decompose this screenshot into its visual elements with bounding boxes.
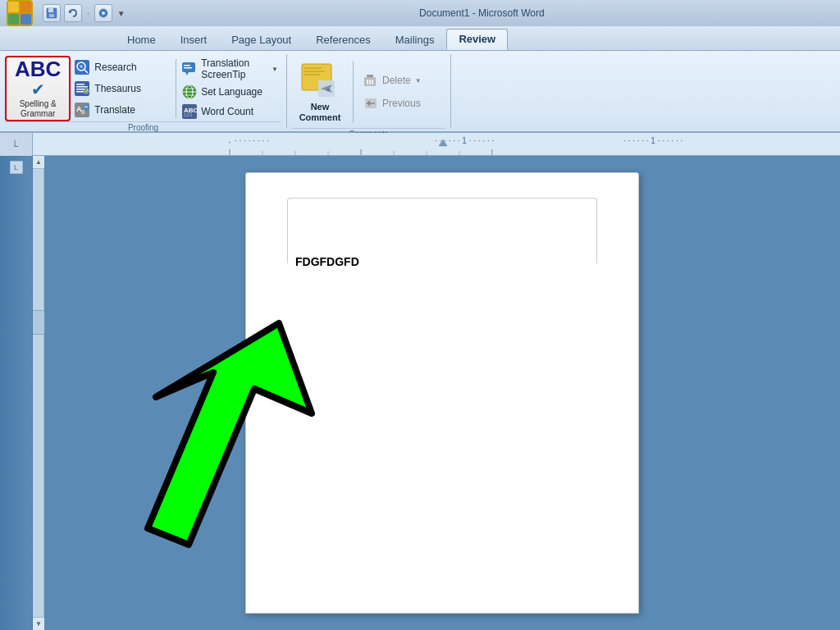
delete-label: Delete: [382, 75, 411, 86]
undo-button[interactable]: [64, 4, 82, 22]
left-panel: L: [0, 156, 33, 630]
separator2: [353, 61, 354, 123]
set-language-button[interactable]: Set Language: [178, 83, 281, 101]
translation-screentip-arrow: ▼: [272, 66, 278, 73]
translate-label: Translate: [94, 104, 135, 116]
svg-rect-25: [184, 65, 190, 66]
proofing-tools: Research T: [71, 57, 174, 120]
svg-rect-7: [49, 14, 54, 17]
new-comment-button[interactable]: New Comment: [292, 57, 348, 126]
main-area: L ▲ ▼ FDGFDGFD: [0, 156, 840, 630]
ruler-area: L · · · · · · · · · · · · · · ·: [0, 133, 840, 156]
translation-screentip-button[interactable]: Translation ScreenTip ▼: [178, 57, 281, 81]
comment-actions: Delete ▼ Previous: [358, 71, 425, 113]
previous-button[interactable]: Previous: [358, 94, 425, 113]
document-page[interactable]: FDGFDGFD: [245, 172, 639, 614]
svg-rect-18: [76, 91, 84, 93]
spelling-abc-text: ABC: [15, 58, 61, 80]
office-logo[interactable]: [7, 0, 33, 26]
svg-rect-3: [8, 14, 19, 25]
new-comment-icon: [299, 61, 341, 100]
svg-point-19: [84, 89, 89, 94]
word-count-button[interactable]: ABC 123 Word Count: [178, 103, 281, 121]
svg-rect-26: [184, 67, 192, 69]
set-language-label: Set Language: [201, 86, 262, 98]
title-bar: · ▼ Document1 - Microsoft Word: [0, 0, 840, 26]
previous-icon: [362, 95, 378, 112]
tab-review[interactable]: Review: [446, 29, 508, 50]
window-title: Document1 - Microsoft Word: [130, 7, 833, 19]
delete-icon: [362, 72, 378, 89]
svg-rect-16: [76, 86, 88, 88]
quick-access-toolbar: · ▼: [43, 4, 127, 22]
new-comment-label: New Comment: [299, 102, 341, 123]
tab-references[interactable]: References: [304, 30, 382, 50]
svg-rect-39: [304, 74, 320, 75]
svg-rect-42: [367, 75, 373, 77]
proofing-group: ABC ✔ Spelling & Grammar: [0, 54, 287, 128]
spelling-label: Spelling & Grammar: [20, 99, 57, 119]
svg-text:· · · · · · 1 · · · · · ·: · · · · · · 1 · · · · · ·: [435, 136, 494, 145]
thesaurus-label: Thesaurus: [94, 83, 141, 94]
svg-rect-6: [48, 8, 53, 12]
left-panel-button[interactable]: L: [10, 161, 23, 174]
customize-qat-button[interactable]: [94, 4, 112, 22]
delete-arrow: ▼: [415, 77, 422, 84]
ribbon-tabs: Home Insert Page Layout References Maili…: [0, 26, 840, 51]
word-count-label: Word Count: [201, 106, 253, 117]
thesaurus-button[interactable]: Thesaurus: [71, 79, 174, 98]
tab-mailings[interactable]: Mailings: [383, 30, 447, 50]
svg-rect-38: [304, 71, 325, 72]
delete-button[interactable]: Delete ▼: [358, 71, 425, 90]
document-area[interactable]: FDGFDGFD: [44, 156, 840, 630]
research-icon: [74, 59, 90, 75]
ruler-corner[interactable]: L: [0, 133, 33, 156]
save-button[interactable]: [43, 4, 61, 22]
translate-icon: A B: [74, 102, 90, 118]
word-count-icon: ABC 123: [181, 103, 198, 120]
svg-text:·  ·  ·  ·  ·  ·  ·  ·: · · · · · · · ·: [235, 136, 269, 145]
proofing-group-label: Proofing: [5, 121, 281, 134]
translation-tools: Translation ScreenTip ▼ Set La: [178, 57, 281, 121]
spelling-check-icon: ✔: [31, 81, 45, 98]
set-language-icon: [181, 84, 198, 100]
svg-text:123: 123: [184, 112, 193, 117]
research-label: Research: [94, 62, 136, 73]
svg-text:·: ·: [229, 138, 231, 146]
svg-rect-1: [8, 2, 19, 12]
svg-point-23: [83, 104, 89, 111]
previous-label: Previous: [382, 98, 421, 109]
svg-text:· · · · · · 1 · · · · · ·: · · · · · · 1 · · · · · ·: [623, 136, 682, 145]
tab-home[interactable]: Home: [115, 30, 168, 50]
svg-rect-37: [304, 67, 322, 69]
thesaurus-icon: [74, 80, 90, 97]
svg-rect-15: [76, 84, 84, 85]
page-header-box: [287, 198, 597, 263]
svg-rect-2: [21, 2, 31, 12]
research-button[interactable]: Research: [71, 57, 174, 77]
ribbon: ABC ✔ Spelling & Grammar: [0, 51, 840, 133]
svg-point-13: [80, 65, 83, 68]
svg-rect-4: [21, 14, 31, 25]
comments-group: New Comment: [287, 54, 451, 128]
translate-button[interactable]: A B Translate: [71, 100, 174, 120]
translation-screentip-icon: [181, 61, 198, 77]
translation-screentip-label: Translation ScreenTip: [201, 57, 268, 80]
horizontal-ruler: · · · · · · · · · · · · · · · 1 · · · · …: [33, 133, 840, 155]
spelling-grammar-button[interactable]: ABC ✔ Spelling & Grammar: [5, 56, 71, 121]
vertical-scrollbar[interactable]: ▲ ▼: [33, 156, 44, 630]
svg-marker-27: [185, 72, 189, 75]
tab-insert[interactable]: Insert: [168, 30, 220, 50]
separator: [176, 59, 176, 118]
comments-tools: New Comment: [292, 56, 445, 128]
tab-page-layout[interactable]: Page Layout: [219, 30, 304, 50]
